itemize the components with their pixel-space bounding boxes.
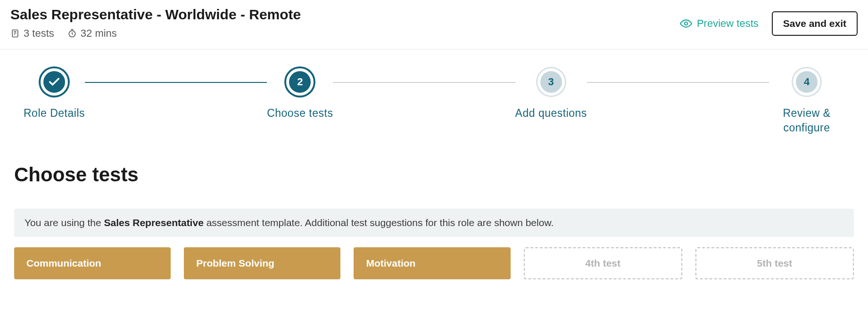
test-label: 4th test: [585, 258, 620, 269]
tests-count-text: 3 tests: [24, 27, 54, 40]
test-slot-empty[interactable]: 4th test: [524, 247, 682, 279]
assessment-title: Sales Representative - Worldwide - Remot…: [10, 7, 301, 23]
step-label: Review & configure: [769, 106, 844, 135]
test-slot-empty[interactable]: 5th test: [695, 247, 854, 279]
step-1[interactable]: Role Details: [24, 68, 85, 121]
header-right: Preview tests Save and exit: [680, 11, 858, 36]
header-meta: 3 tests 32 mins: [10, 27, 301, 40]
test-label: 5th test: [757, 258, 793, 269]
test-label: Motivation: [366, 258, 415, 269]
save-and-exit-button[interactable]: Save and exit: [772, 11, 858, 36]
page-heading: Choose tests: [14, 163, 854, 186]
tests-row: CommunicationProblem SolvingMotivation4t…: [14, 247, 854, 279]
step-label: Role Details: [24, 106, 85, 121]
step-connector: [333, 82, 515, 83]
banner-text-pre: You are using the: [25, 217, 104, 228]
svg-point-2: [685, 22, 688, 25]
banner-text-bold: Sales Representative: [104, 217, 204, 228]
test-label: Communication: [26, 258, 101, 269]
preview-tests-label: Preview tests: [697, 17, 759, 30]
step-label: Choose tests: [267, 106, 333, 121]
step-circle: 3: [537, 68, 565, 96]
stepper: Role Details2Choose tests3Add questions4…: [0, 49, 868, 145]
preview-tests-link[interactable]: Preview tests: [680, 17, 759, 30]
banner-text-post: assessment template. Additional test sug…: [204, 217, 554, 228]
page-header: Sales Representative - Worldwide - Remot…: [0, 0, 868, 49]
step-2[interactable]: 2Choose tests: [267, 68, 333, 121]
step-connector: [85, 82, 267, 83]
step-4[interactable]: 4Review & configure: [769, 68, 844, 135]
step-circle: [41, 68, 68, 96]
duration: 32 mins: [67, 27, 117, 40]
test-label: Problem Solving: [196, 258, 274, 269]
test-card[interactable]: Motivation: [354, 247, 510, 279]
step-3[interactable]: 3Add questions: [515, 68, 587, 121]
tests-icon: [10, 29, 20, 38]
step-circle: 2: [286, 68, 314, 96]
test-card[interactable]: Communication: [14, 247, 171, 279]
step-label: Add questions: [515, 106, 587, 121]
header-left: Sales Representative - Worldwide - Remot…: [10, 7, 301, 40]
duration-text: 32 mins: [81, 27, 117, 40]
eye-icon: [680, 17, 692, 30]
clock-icon: [67, 29, 77, 38]
check-icon: [48, 75, 61, 89]
main-content: Choose tests You are using the Sales Rep…: [0, 145, 868, 293]
template-info-banner: You are using the Sales Representative a…: [14, 209, 854, 237]
step-connector: [587, 82, 769, 83]
tests-count: 3 tests: [10, 27, 54, 40]
test-card[interactable]: Problem Solving: [184, 247, 340, 279]
step-circle: 4: [793, 68, 820, 96]
